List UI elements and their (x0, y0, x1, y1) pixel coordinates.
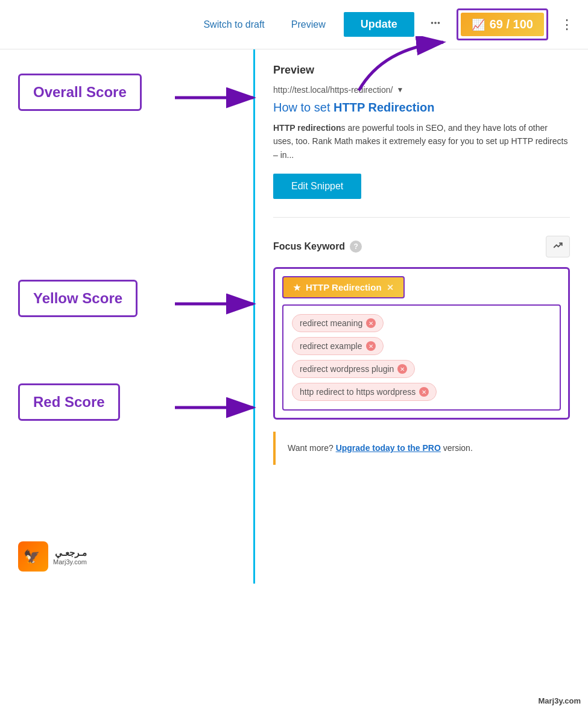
preview-button[interactable]: Preview (283, 14, 334, 35)
trend-icon: 📈 (472, 18, 485, 31)
main-layout: Overall Score Yellow Score (0, 49, 588, 584)
toolbar-arrow-svg (353, 36, 461, 96)
settings-button[interactable] (424, 11, 447, 38)
preview-description: HTTP redirections are powerful tools in … (273, 121, 570, 162)
keyword-chip-1: redirect meaning ✕ (289, 312, 554, 335)
switch-to-draft-button[interactable]: Switch to draft (195, 14, 273, 35)
help-icon[interactable]: ? (350, 241, 362, 253)
watermark-logo: 🦅 مـرجعـي Marj3y.com (18, 541, 241, 572)
chip-close-3[interactable]: ✕ (397, 364, 407, 374)
chip-close-2[interactable]: ✕ (366, 341, 376, 351)
yellow-score-arrow (169, 286, 265, 322)
primary-keyword-chip: ★ HTTP Redirection ✕ (282, 276, 405, 298)
left-panel: Overall Score Yellow Score (0, 49, 253, 584)
secondary-keywords-box: redirect meaning ✕ redirect example ✕ re… (282, 304, 561, 411)
toolbar: Switch to draft Preview Update 📈 69 / 10… (0, 0, 588, 49)
edit-snippet-button[interactable]: Edit Snippet (273, 174, 361, 199)
primary-keyword-close[interactable]: ✕ (387, 283, 394, 292)
score-value: 69 / 100 (490, 17, 533, 31)
logo-arabic-text: مـرجعـي (53, 547, 87, 558)
watermark-site: Marj3y.com (53, 558, 87, 565)
svg-point-2 (437, 22, 440, 24)
red-score-arrow (169, 389, 265, 426)
chip-close-4[interactable]: ✕ (419, 387, 429, 397)
update-button[interactable]: Update (344, 12, 414, 37)
red-score-label: Red Score (33, 394, 105, 410)
section-divider (273, 217, 570, 218)
focus-keyword-title: Focus Keyword ? (273, 241, 362, 253)
watermark-bottom-right: Marj3y.com (538, 696, 581, 705)
chip-close-1[interactable]: ✕ (366, 318, 376, 328)
logo-image: 🦅 (18, 541, 48, 572)
red-score-box: Red Score (18, 383, 120, 421)
keyword-tags-area: ★ HTTP Redirection ✕ redirect meaning ✕ (273, 267, 570, 420)
svg-point-0 (431, 22, 433, 24)
yellow-score-label: Yellow Score (33, 290, 122, 306)
overall-score-label: Overall Score (33, 84, 127, 100)
keyword-trend-button[interactable] (546, 236, 570, 257)
right-panel: Preview http://test.local/https-redirect… (253, 49, 588, 584)
svg-point-1 (434, 22, 437, 24)
keyword-chip-2: redirect example ✕ (289, 335, 554, 358)
primary-keyword-tag: ★ HTTP Redirection ✕ (282, 276, 561, 304)
keyword-chip-3: redirect wordpress plugin ✕ (289, 358, 554, 380)
yellow-score-box: Yellow Score (18, 280, 138, 317)
focus-keyword-section: Focus Keyword ? ★ HTTP Redirection (273, 236, 570, 420)
score-badge: 📈 69 / 100 (461, 13, 544, 36)
overall-score-box: Overall Score (18, 74, 142, 111)
upgrade-banner: Want more? Upgrade today to the PRO vers… (273, 432, 570, 464)
keyword-chip-4: http redirect to https wordpress ✕ (289, 380, 554, 403)
trend-button-icon (552, 240, 563, 251)
more-button[interactable]: ⋮ (558, 12, 576, 37)
svg-text:🦅: 🦅 (24, 549, 40, 565)
score-badge-wrapper: 📈 69 / 100 (457, 8, 548, 40)
overall-score-arrow (169, 80, 265, 116)
upgrade-link[interactable]: Upgrade today to the PRO (336, 443, 441, 453)
preview-title: How to set HTTP Redirection (273, 99, 570, 115)
focus-keyword-header: Focus Keyword ? (273, 236, 570, 257)
star-icon: ★ (293, 283, 301, 292)
settings-icon (429, 16, 442, 30)
